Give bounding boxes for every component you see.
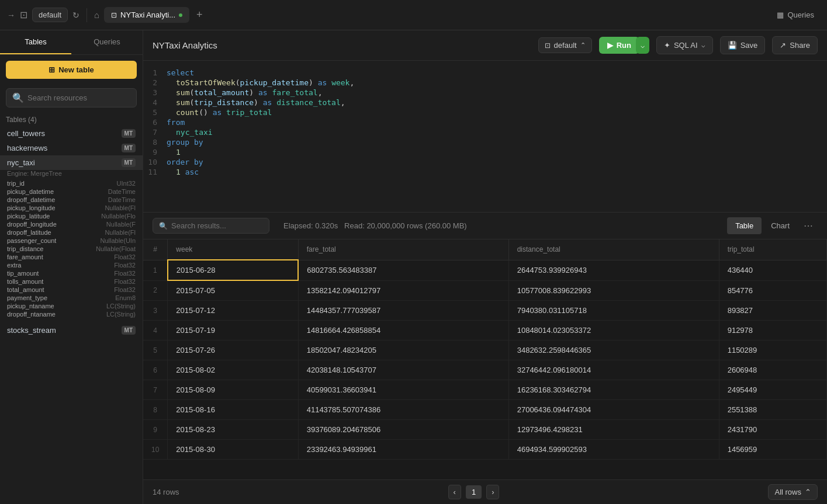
cell-week-10[interactable]: 2015-08-30: [168, 440, 298, 460]
sidebar-item-stocks_stream[interactable]: stocks_stream MT: [0, 323, 143, 338]
save-button[interactable]: 💾 Save: [720, 36, 766, 54]
add-tab-button[interactable]: +: [192, 6, 207, 23]
table-row[interactable]: 8 2015-08-16 41143785.507074386 27006436…: [143, 400, 827, 420]
table-row[interactable]: 7 2015-08-09 40599031.36603941 16236168.…: [143, 380, 827, 400]
cell-week-3[interactable]: 2015-07-12: [168, 301, 298, 321]
table-row[interactable]: 9 2015-08-23 39376089.204678506 12973496…: [143, 420, 827, 440]
sql-editor[interactable]: 1 select 2 toStartOfWeek(pickup_datetime…: [143, 61, 827, 213]
cell-trip-6[interactable]: 2606948: [719, 360, 826, 380]
sidebar-item-hackernews[interactable]: hackernews MT: [0, 141, 143, 155]
field-tolls_amount: tolls_amountFloat32: [7, 277, 136, 286]
view-table-button[interactable]: Table: [727, 217, 762, 234]
cell-week-7[interactable]: 2015-08-09: [168, 380, 298, 400]
table-row[interactable]: 4 2015-07-19 14816664.426858854 10848014…: [143, 321, 827, 340]
cell-dist-1[interactable]: 2644753.939926943: [508, 260, 719, 280]
cell-trip-4[interactable]: 912978: [719, 321, 826, 340]
cell-dist-4[interactable]: 10848014.023053372: [508, 321, 719, 340]
field-pickup_ntaname: pickup_ntanameLC(String): [7, 302, 136, 310]
tab-document-icon: ⊡: [111, 11, 117, 19]
cell-fare-7[interactable]: 40599031.36603941: [298, 380, 508, 400]
cell-fare-1[interactable]: 6802735.563483387: [298, 260, 508, 280]
col-header-trip_total[interactable]: trip_total: [719, 239, 826, 260]
active-tab[interactable]: ⊡ NYTaxi Analyti...: [104, 7, 189, 23]
prev-page-button[interactable]: ‹: [448, 485, 461, 499]
cell-fare-6[interactable]: 42038148.10543707: [298, 360, 508, 380]
share-button[interactable]: ↗ Share: [772, 36, 818, 54]
rows-selector-chevron: ⌃: [805, 488, 811, 496]
cell-week-5[interactable]: 2015-07-26: [168, 340, 298, 360]
new-table-button[interactable]: ⊞ New table: [6, 61, 137, 79]
cell-fare-9[interactable]: 39376089.204678506: [298, 420, 508, 440]
row-num-2: 2: [143, 280, 168, 301]
cell-dist-2[interactable]: 10577008.839622993: [508, 280, 719, 301]
sidebar-item-cell_towers[interactable]: cell_towers MT: [0, 126, 143, 141]
document-icon[interactable]: ⊡: [20, 9, 27, 20]
refresh-icon[interactable]: ↻: [72, 11, 79, 20]
next-page-button[interactable]: ›: [486, 485, 499, 499]
share-icon: ↗: [780, 41, 786, 50]
cell-trip-3[interactable]: 893827: [719, 301, 826, 321]
current-page: 1: [466, 485, 482, 499]
table-row[interactable]: 3 2015-07-12 14484357.777039587 7940380.…: [143, 301, 827, 321]
table-row[interactable]: 10 2015-08-30 23392463.94939961 4694934.…: [143, 440, 827, 460]
view-toggle: Table Chart ⋯: [727, 217, 818, 234]
table-row[interactable]: 5 2015-07-26 18502047.48234205 3482632.2…: [143, 340, 827, 360]
cell-week-6[interactable]: 2015-08-02: [168, 360, 298, 380]
cell-trip-2[interactable]: 854776: [719, 280, 826, 301]
cell-week-9[interactable]: 2015-08-23: [168, 420, 298, 440]
cell-trip-10[interactable]: 1456959: [719, 440, 826, 460]
more-options-button[interactable]: ⋯: [799, 217, 818, 234]
cell-fare-10[interactable]: 23392463.94939961: [298, 440, 508, 460]
search-icon: 🔍: [12, 92, 24, 103]
cell-dist-7[interactable]: 16236168.303462794: [508, 380, 719, 400]
tab-queries[interactable]: Queries: [71, 30, 143, 54]
table-row[interactable]: 2 2015-07-05 13582142.094012797 10577008…: [143, 280, 827, 301]
cell-dist-6[interactable]: 32746442.096180014: [508, 360, 719, 380]
table-header-row: # week fare_total distance_total trip_to…: [143, 239, 827, 260]
cell-week-2[interactable]: 2015-07-05: [168, 280, 298, 301]
cell-trip-7[interactable]: 2495449: [719, 380, 826, 400]
field-list: trip_idUInt32 pickup_datetimeDateTime dr…: [0, 179, 143, 318]
cell-week-1[interactable]: 2015-06-28: [168, 260, 298, 280]
cell-dist-9[interactable]: 12973496.4298231: [508, 420, 719, 440]
cell-trip-9[interactable]: 2431790: [719, 420, 826, 440]
sidebar-item-nyc_taxi[interactable]: nyc_taxi MT: [0, 155, 143, 170]
queries-button[interactable]: ▦ Queries: [771, 7, 820, 23]
table-row[interactable]: 1 2015-06-28 6802735.563483387 2644753.9…: [143, 260, 827, 280]
cell-dist-5[interactable]: 3482632.2598446365: [508, 340, 719, 360]
cell-fare-4[interactable]: 14816664.426858854: [298, 321, 508, 340]
sql-ai-button[interactable]: ✦ SQL AI ⌵: [656, 36, 713, 54]
cell-fare-3[interactable]: 14484357.777039587: [298, 301, 508, 321]
db-selector[interactable]: ⊡ default ⌃: [538, 37, 592, 53]
cell-dist-3[interactable]: 7940380.031105718: [508, 301, 719, 321]
cell-trip-8[interactable]: 2551388: [719, 400, 826, 420]
search-input[interactable]: [27, 93, 130, 102]
col-header-distance_total[interactable]: distance_total: [508, 239, 719, 260]
cell-dist-10[interactable]: 4694934.599902593: [508, 440, 719, 460]
col-header-fare_total[interactable]: fare_total: [298, 239, 508, 260]
rows-selector[interactable]: All rows ⌃: [768, 484, 818, 500]
cell-fare-2[interactable]: 13582142.094012797: [298, 280, 508, 301]
cell-trip-1[interactable]: 436440: [719, 260, 826, 280]
row-num-1: 1: [143, 260, 168, 280]
content-area: NYTaxi Analytics ⊡ default ⌃ ▶ Run ⌵ ✦ S…: [143, 30, 827, 504]
cell-dist-8[interactable]: 27006436.094474304: [508, 400, 719, 420]
sidebar-content: Tables (4) cell_towers MT hackernews MT …: [0, 113, 143, 504]
tab-tables[interactable]: Tables: [0, 30, 71, 54]
col-header-week[interactable]: week: [168, 239, 298, 260]
code-line-7: 7 nyc_taxi: [143, 127, 827, 137]
cell-fare-8[interactable]: 41143785.507074386: [298, 400, 508, 420]
cell-week-8[interactable]: 2015-08-16: [168, 400, 298, 420]
back-icon[interactable]: →: [7, 11, 15, 20]
db-label[interactable]: default: [32, 8, 68, 22]
row-num-5: 5: [143, 340, 168, 360]
cell-week-4[interactable]: 2015-07-19: [168, 321, 298, 340]
cell-trip-5[interactable]: 1150289: [719, 340, 826, 360]
run-button[interactable]: ▶ Run: [599, 37, 639, 54]
view-chart-button[interactable]: Chart: [763, 217, 798, 234]
search-results-input[interactable]: [171, 221, 269, 230]
table-row[interactable]: 6 2015-08-02 42038148.10543707 32746442.…: [143, 360, 827, 380]
run-dropdown-button[interactable]: ⌵: [636, 37, 649, 54]
cell-fare-5[interactable]: 18502047.48234205: [298, 340, 508, 360]
home-icon[interactable]: ⌂: [94, 10, 99, 20]
